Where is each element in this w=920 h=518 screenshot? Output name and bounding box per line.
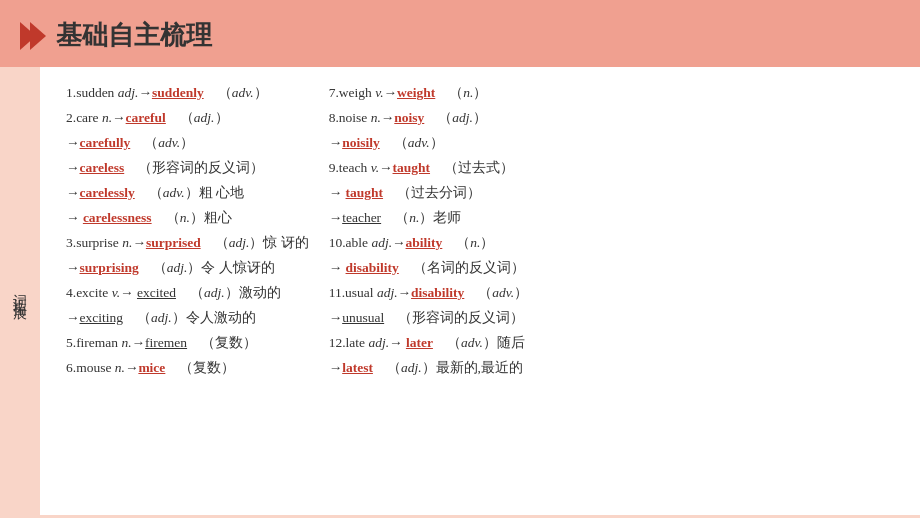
r-line-12: →latest （adj.）最新的,最近的 xyxy=(329,356,529,381)
line-9: 4.excite v.→ excited （adj.）激动的 xyxy=(66,281,309,306)
header: 基础自主梳理 xyxy=(0,0,920,67)
line-8: →surprising （adj.）令 人惊讶的 xyxy=(66,256,309,281)
content-area: 1.sudden adj.→suddenly （adv.） 2.care n.→… xyxy=(40,67,920,515)
r-line-10: →unusual （形容词的反义词） xyxy=(329,306,529,331)
line-10: →exciting （adj.）令人激动的 xyxy=(66,306,309,331)
r-line-7: 10.able adj.→ability （n.） xyxy=(329,231,529,256)
r-line-1: 7.weigh v.→weight （n.） xyxy=(329,81,529,106)
line-1: 1.sudden adj.→suddenly （adv.） xyxy=(66,81,309,106)
right-column: 7.weigh v.→weight （n.） 8.noise n.→noisy … xyxy=(319,75,539,385)
r-line-9: 11.usual adj.→disability （adv.） xyxy=(329,281,529,306)
r-line-4: 9.teach v.→taught （过去式） xyxy=(329,156,529,181)
line-5: →carelessly （adv.）粗 心地 xyxy=(66,181,309,206)
line-11: 5.fireman n.→firemen （复数） xyxy=(66,331,309,356)
header-title: 基础自主梳理 xyxy=(56,18,212,53)
r-line-8: → disability （名词的反义词） xyxy=(329,256,529,281)
line-4: →careless （形容词的反义词） xyxy=(66,156,309,181)
left-label: 词汇拓展 xyxy=(0,67,40,515)
line-2: 2.care n.→careful （adj.） xyxy=(66,106,309,131)
r-line-3: →noisily （adv.） xyxy=(329,131,529,156)
left-column: 1.sudden adj.→suddenly （adv.） 2.care n.→… xyxy=(56,75,319,385)
r-line-2: 8.noise n.→noisy （adj.） xyxy=(329,106,529,131)
line-12: 6.mouse n.→mice （复数） xyxy=(66,356,309,381)
line-3: →carefully （adv.） xyxy=(66,131,309,156)
r-line-5: → taught （过去分词） xyxy=(329,181,529,206)
line-7: 3.surprise n.→surprised （adj.）惊 讶的 xyxy=(66,231,309,256)
r-line-6: →teacher （n.）老师 xyxy=(329,206,529,231)
r-line-11: 12.late adj.→ later （adv.）随后 xyxy=(329,331,529,356)
line-6: → carelessness （n.）粗心 xyxy=(66,206,309,231)
header-arrows xyxy=(20,22,46,50)
